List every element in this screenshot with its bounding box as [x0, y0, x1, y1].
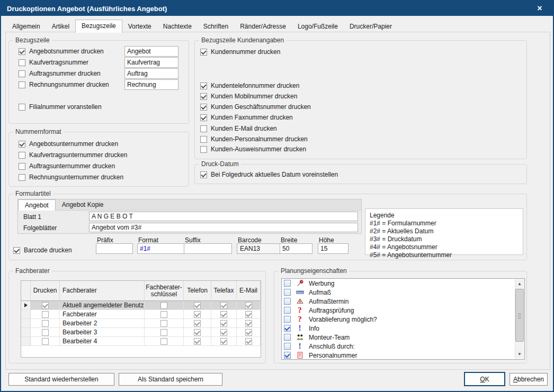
telefax-checkbox[interactable] [220, 338, 227, 345]
kundentelefonnummer-checkbox[interactable] [200, 83, 207, 89]
list-item[interactable]: ? Vorablieferung möglich? [282, 315, 524, 324]
email-checkbox[interactable] [245, 320, 252, 327]
kunden-faxnummer-checkbox[interactable] [200, 114, 207, 121]
cell-telefon[interactable] [184, 301, 211, 310]
row-selector[interactable] [21, 337, 31, 346]
table-row[interactable]: Bearbeiter 4 [21, 337, 261, 346]
scrollbar[interactable]: ▲ ▼ [515, 279, 524, 359]
cell-drucken[interactable] [31, 310, 60, 319]
list-item[interactable]: Monteur-Team [282, 333, 524, 342]
email-checkbox[interactable] [245, 311, 252, 318]
angebotsunternummer-checkbox[interactable] [19, 141, 25, 148]
kunden-ausweisnummer-checkbox[interactable] [200, 146, 207, 153]
aufmasstermin-checkbox[interactable] [284, 298, 291, 305]
cell-telefon[interactable] [184, 328, 211, 337]
schluessel-checkbox[interactable] [160, 320, 167, 327]
cell-schluessel[interactable] [145, 328, 184, 337]
list-item[interactable]: Aufmaß [282, 288, 524, 297]
blatt1-input[interactable] [89, 212, 358, 221]
cell-name[interactable]: Fachberater [60, 310, 145, 319]
filialnummer-checkbox[interactable] [19, 104, 25, 111]
tab-bezugszeile[interactable]: Bezugszeile [75, 20, 122, 33]
cell-telefax[interactable] [211, 337, 237, 346]
cell-telefax[interactable] [211, 319, 237, 328]
table-row[interactable]: Bearbeiter 2 [21, 319, 261, 328]
cell-drucken[interactable] [31, 337, 60, 346]
cell-telefax[interactable] [211, 310, 237, 319]
cell-email[interactable] [237, 337, 261, 346]
tab-logo-fusszeile[interactable]: Logo/Fußzeile [292, 21, 344, 32]
telefax-checkbox[interactable] [220, 320, 227, 327]
row-selector[interactable] [21, 328, 31, 337]
kaufvertragsunternummer-checkbox[interactable] [19, 152, 25, 159]
email-checkbox[interactable] [245, 329, 252, 336]
table-row[interactable]: Aktuell angemeldeter Benutzer [21, 301, 261, 310]
scroll-down-icon[interactable]: ▼ [515, 350, 524, 359]
kunden-geschaeftsnummer-checkbox[interactable] [200, 104, 207, 111]
kaufvertragsnummer-checkbox[interactable] [19, 59, 25, 66]
auftragsnummer-checkbox[interactable] [19, 70, 25, 77]
personalnummer-checkbox[interactable] [284, 352, 291, 359]
kundennummer-checkbox[interactable] [200, 49, 207, 56]
cell-schluessel[interactable] [145, 319, 184, 328]
auftragsunternummer-checkbox[interactable] [19, 163, 25, 170]
tab-angebot[interactable]: Angebot [18, 199, 56, 211]
list-item[interactable]: Werbung [282, 279, 524, 288]
row-selector[interactable] [21, 319, 31, 328]
drucken-checkbox[interactable] [42, 311, 49, 318]
drucken-checkbox[interactable] [42, 302, 49, 309]
list-item[interactable]: Personalnummer [282, 351, 524, 360]
telefon-checkbox[interactable] [194, 329, 201, 336]
tab-raender-adresse[interactable]: Ränder/Adresse [234, 21, 292, 32]
list-item[interactable]: ! Anschluß durch: [282, 342, 524, 351]
cell-schluessel[interactable] [145, 310, 184, 319]
cell-schluessel[interactable] [145, 337, 184, 346]
telefon-checkbox[interactable] [194, 302, 201, 309]
cell-telefon[interactable] [184, 310, 211, 319]
table-row[interactable]: Fachberater [21, 310, 261, 319]
auftragspruefung-checkbox[interactable] [284, 307, 291, 314]
email-checkbox[interactable] [245, 338, 252, 345]
praefix-input[interactable] [96, 243, 133, 254]
tab-vortexte[interactable]: Vortexte [122, 21, 157, 32]
cell-email[interactable] [237, 301, 261, 310]
cell-name[interactable]: Bearbeiter 2 [60, 319, 145, 328]
breite-input[interactable] [280, 243, 312, 254]
cell-telefon[interactable] [184, 319, 211, 328]
cell-email[interactable] [237, 319, 261, 328]
cell-name[interactable]: Bearbeiter 4 [60, 337, 145, 346]
vorablieferung-checkbox[interactable] [284, 316, 291, 323]
telefon-checkbox[interactable] [194, 320, 201, 327]
telefax-checkbox[interactable] [220, 311, 227, 318]
titlebar[interactable]: Druckoptionen Angebot (Ausführliches Ang… [1, 1, 553, 16]
telefon-checkbox[interactable] [194, 311, 201, 318]
monteur-team-checkbox[interactable] [284, 334, 291, 341]
schluessel-checkbox[interactable] [160, 311, 167, 318]
ok-button[interactable]: OK [464, 372, 505, 386]
cell-telefax[interactable] [211, 301, 237, 310]
auftrag-text-input[interactable] [124, 68, 178, 79]
folgeblaetter-input[interactable] [89, 223, 358, 232]
tab-nachtexte[interactable]: Nachtexte [157, 21, 198, 32]
barcode-drucken-checkbox[interactable] [13, 247, 20, 254]
angebotsnummer-checkbox[interactable] [19, 48, 25, 55]
cell-telefon[interactable] [184, 337, 211, 346]
close-icon[interactable]: × [532, 1, 548, 16]
schluessel-checkbox[interactable] [160, 338, 167, 345]
hoehe-input[interactable] [318, 243, 349, 254]
cell-drucken[interactable] [31, 319, 60, 328]
cell-drucken[interactable] [31, 328, 60, 337]
suffix-input[interactable] [184, 243, 232, 254]
kaufvertrag-text-input[interactable] [124, 57, 178, 68]
cancel-button[interactable]: Abbrechen [510, 373, 548, 386]
tab-drucker-papier[interactable]: Drucker/Papier [344, 21, 398, 32]
scrollbar-thumb[interactable] [515, 289, 524, 342]
schluessel-checkbox[interactable] [160, 302, 167, 309]
cell-name[interactable]: Bearbeiter 3 [60, 328, 145, 337]
row-selector[interactable] [21, 301, 31, 310]
tab-artikel[interactable]: Artikel [46, 21, 75, 32]
restore-default-button[interactable]: Standard wiederherstellen [8, 373, 114, 386]
schluessel-checkbox[interactable] [160, 329, 167, 336]
telefax-checkbox[interactable] [220, 302, 227, 309]
rechnung-text-input[interactable] [124, 79, 178, 90]
